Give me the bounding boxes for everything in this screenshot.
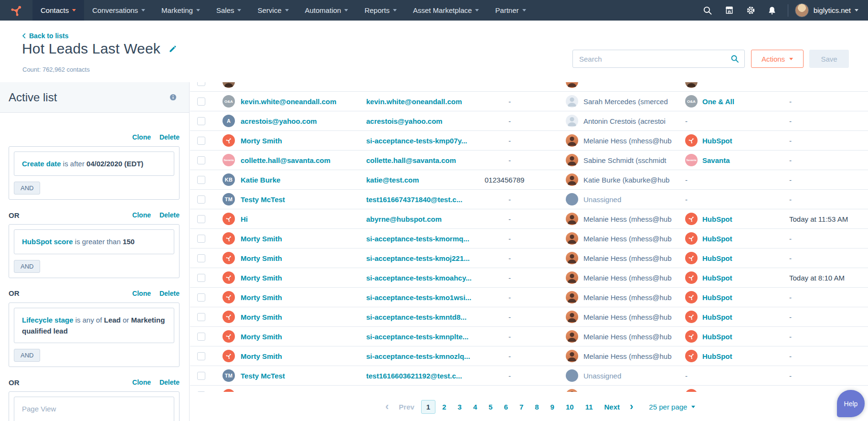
row-checkbox[interactable] xyxy=(197,156,205,164)
page-number-8[interactable]: 8 xyxy=(530,400,543,413)
edit-pencil-icon[interactable] xyxy=(169,45,177,53)
company-link[interactable]: HubSpot xyxy=(702,215,732,223)
email-link[interactable]: si-acceptance-tests-kmo1wsi... xyxy=(366,293,471,302)
contact-name-link[interactable]: Hi xyxy=(241,215,248,223)
row-checkbox[interactable] xyxy=(197,97,205,106)
settings-gear-icon[interactable] xyxy=(740,0,762,21)
contact-name-link[interactable]: Morty Smith xyxy=(241,313,282,321)
nav-item-partner[interactable]: Partner xyxy=(487,0,534,21)
contact-name-link[interactable]: Morty Smith xyxy=(241,274,282,282)
nav-item-sales[interactable]: Sales xyxy=(208,0,250,21)
filter-property-link[interactable]: Create date xyxy=(22,160,61,168)
marketplace-icon[interactable] xyxy=(719,0,740,21)
page-number-4[interactable]: 4 xyxy=(468,400,482,413)
page-number-1[interactable]: 1 xyxy=(421,400,435,414)
page-number-5[interactable]: 5 xyxy=(484,400,497,413)
company-link[interactable]: HubSpot xyxy=(702,293,732,302)
nav-item-asset-marketplace[interactable]: Asset Marketplace xyxy=(405,0,487,21)
company-link[interactable]: HubSpot xyxy=(702,254,732,262)
email-link[interactable]: si-acceptance-tests-kmntd8... xyxy=(366,313,466,321)
company-link[interactable]: HubSpot xyxy=(702,333,732,341)
email-link[interactable]: si-acceptance-tests-kmoj221... xyxy=(366,254,470,262)
row-checkbox[interactable] xyxy=(197,254,205,262)
filter-property-link[interactable]: Lifecycle stage xyxy=(22,316,74,324)
row-checkbox[interactable] xyxy=(197,372,205,380)
search-icon[interactable] xyxy=(697,0,719,21)
nav-item-reports[interactable]: Reports xyxy=(356,0,405,21)
and-button[interactable]: AND xyxy=(14,182,40,194)
next-page-button[interactable]: Next xyxy=(600,400,625,413)
company-link[interactable]: One & All xyxy=(702,97,734,106)
contact-name-link[interactable]: Katie Burke xyxy=(241,176,280,184)
delete-link[interactable]: Delete xyxy=(159,290,180,297)
page-number-11[interactable]: 11 xyxy=(581,400,598,413)
company-link[interactable]: HubSpot xyxy=(702,235,732,243)
contact-name-link[interactable]: Testy McTest xyxy=(241,195,285,204)
email-link[interactable]: test1616603621192@test.c... xyxy=(366,372,462,380)
company-link[interactable]: HubSpot xyxy=(702,274,732,282)
filter-criteria[interactable]: Create date is after 04/02/2020 (EDT) xyxy=(14,151,174,176)
save-button[interactable]: Save xyxy=(809,50,849,68)
user-avatar[interactable] xyxy=(795,3,809,17)
nav-item-marketing[interactable]: Marketing xyxy=(153,0,208,21)
account-menu[interactable]: biglytics.net xyxy=(814,6,858,14)
row-checkbox[interactable] xyxy=(197,137,205,145)
email-link[interactable]: abyrne@hubspot.com xyxy=(366,215,442,223)
delete-link[interactable]: Delete xyxy=(159,133,180,141)
back-to-lists-link[interactable]: Back to lists xyxy=(22,32,68,40)
delete-link[interactable]: Delete xyxy=(159,378,180,386)
row-checkbox[interactable] xyxy=(197,333,205,341)
email-link[interactable]: si-acceptance-tests-kmoahcy... xyxy=(366,274,472,282)
row-checkbox[interactable] xyxy=(197,176,205,184)
email-link[interactable]: si-acceptance-tests-kmnplte... xyxy=(366,333,468,341)
notifications-bell-icon[interactable] xyxy=(762,0,783,21)
row-checkbox[interactable] xyxy=(197,313,205,321)
row-checkbox[interactable] xyxy=(197,82,205,86)
contact-name-link[interactable]: Morty Smith xyxy=(241,293,282,302)
clone-link[interactable]: Clone xyxy=(132,133,151,141)
email-link[interactable]: test1616674371840@test.c... xyxy=(366,195,462,204)
nav-item-automation[interactable]: Automation xyxy=(297,0,357,21)
actions-button[interactable]: Actions xyxy=(751,50,804,68)
page-number-9[interactable]: 9 xyxy=(546,400,559,413)
delete-link[interactable]: Delete xyxy=(159,211,180,219)
page-number-2[interactable]: 2 xyxy=(437,400,451,413)
prev-page-button[interactable]: Prev xyxy=(394,400,419,413)
info-icon[interactable] xyxy=(169,94,177,101)
nav-item-service[interactable]: Service xyxy=(249,0,296,21)
nav-item-conversations[interactable]: Conversations xyxy=(84,0,153,21)
filter-criteria[interactable]: HubSpot score is greater than 150 xyxy=(14,229,174,254)
row-checkbox[interactable] xyxy=(197,117,205,125)
clone-link[interactable]: Clone xyxy=(132,211,151,219)
nav-item-contacts[interactable]: Contacts xyxy=(32,0,84,21)
contact-name-link[interactable]: Testy McTest xyxy=(241,372,285,380)
email-link[interactable]: kevin.white@oneandall.com xyxy=(366,97,462,106)
company-link[interactable]: HubSpot xyxy=(702,313,732,321)
email-link[interactable]: katie@test.com xyxy=(366,176,419,184)
row-checkbox[interactable] xyxy=(197,293,205,302)
help-button[interactable]: Help xyxy=(837,390,865,417)
filter-criteria[interactable]: Page Viewhas at least one Page View of a… xyxy=(14,397,174,421)
row-checkbox[interactable] xyxy=(197,195,205,204)
prev-chevron-icon[interactable]: ‹ xyxy=(381,401,393,412)
search-input[interactable] xyxy=(572,50,745,68)
page-number-3[interactable]: 3 xyxy=(453,400,466,413)
row-checkbox[interactable] xyxy=(197,215,205,223)
email-link[interactable]: acrestois@yahoo.com xyxy=(366,117,443,125)
page-number-7[interactable]: 7 xyxy=(515,400,528,413)
company-link[interactable]: HubSpot xyxy=(702,137,732,145)
and-button[interactable]: AND xyxy=(14,260,40,273)
contact-name-link[interactable]: Morty Smith xyxy=(241,235,282,243)
hubspot-logo-icon[interactable] xyxy=(0,0,32,21)
contact-name-link[interactable]: Morty Smith xyxy=(241,333,282,341)
contact-name-link[interactable]: Morty Smith xyxy=(241,254,282,262)
clone-link[interactable]: Clone xyxy=(132,378,151,386)
company-link[interactable]: HubSpot xyxy=(702,352,732,360)
contact-name-link[interactable]: Morty Smith xyxy=(241,137,282,145)
row-checkbox[interactable] xyxy=(197,352,205,360)
email-link[interactable]: si-acceptance-tests-kmnozlq... xyxy=(366,352,470,360)
contact-name-link[interactable]: acrestois@yahoo.com xyxy=(241,117,317,125)
per-page-selector[interactable]: 25 per page xyxy=(649,403,695,411)
filter-criteria[interactable]: Lifecycle stage is any of Lead or Market… xyxy=(14,308,174,344)
contact-name-link[interactable]: Morty Smith xyxy=(241,352,282,360)
